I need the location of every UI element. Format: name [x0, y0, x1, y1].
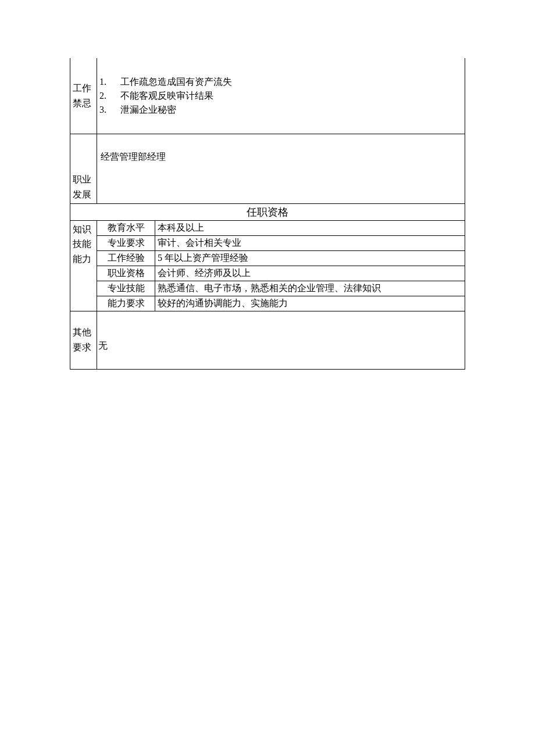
qualification-group-label-cell: 知识技能能力 [70, 220, 97, 311]
qual-row-value: 熟悉通信、电子市场，熟悉相关的企业管理、法律知识 [155, 281, 465, 296]
other-label-cell: 其他要求 [70, 311, 97, 369]
qual-row-label: 教育水平 [97, 220, 155, 235]
other-value: 无 [98, 341, 108, 350]
career-content-cell: 经营管理部经理 [97, 134, 465, 203]
career-value: 经营管理部经理 [101, 152, 166, 162]
job-description-table: 工作禁忌 1. 2. 3. 工作疏忽造成国有资产流失 不能客观反映审计结果 泄漏… [70, 58, 465, 370]
taboo-num-1: 1. [99, 75, 106, 89]
qual-row-label: 专业要求 [97, 235, 155, 250]
qual-row-value: 本科及以上 [155, 220, 465, 235]
qual-row-value: 较好的沟通协调能力、实施能力 [155, 296, 465, 311]
qualification-group-label: 知识技能能力 [73, 224, 91, 264]
qual-row-value: 会计师、经济师及以上 [155, 266, 465, 281]
qual-row-value: 审计、会计相关专业 [155, 235, 465, 250]
taboo-content-cell: 1. 2. 3. 工作疏忽造成国有资产流失 不能客观反映审计结果 泄漏企业秘密 [97, 58, 465, 134]
qual-row-label: 工作经验 [97, 250, 155, 266]
qual-row-label: 专业技能 [97, 281, 155, 296]
taboo-text-1: 工作疏忽造成国有资产流失 [120, 75, 232, 89]
other-label: 其他要求 [73, 327, 91, 352]
taboo-label-cell: 工作禁忌 [70, 58, 97, 134]
career-label: 职业发展 [73, 174, 91, 199]
taboo-num-3: 3. [99, 103, 106, 117]
qual-row-label: 能力要求 [97, 296, 155, 311]
taboo-text-2: 不能客观反映审计结果 [120, 89, 232, 103]
qual-row-value: 5 年以上资产管理经验 [155, 250, 465, 266]
career-label-cell: 职业发展 [70, 134, 97, 203]
taboo-num-2: 2. [99, 89, 106, 103]
taboo-text-3: 泄漏企业秘密 [120, 103, 232, 117]
qual-row-label: 职业资格 [97, 266, 155, 281]
other-value-cell: 无 [97, 311, 465, 369]
qualification-header: 任职资格 [70, 203, 465, 220]
taboo-label: 工作禁忌 [73, 83, 91, 108]
